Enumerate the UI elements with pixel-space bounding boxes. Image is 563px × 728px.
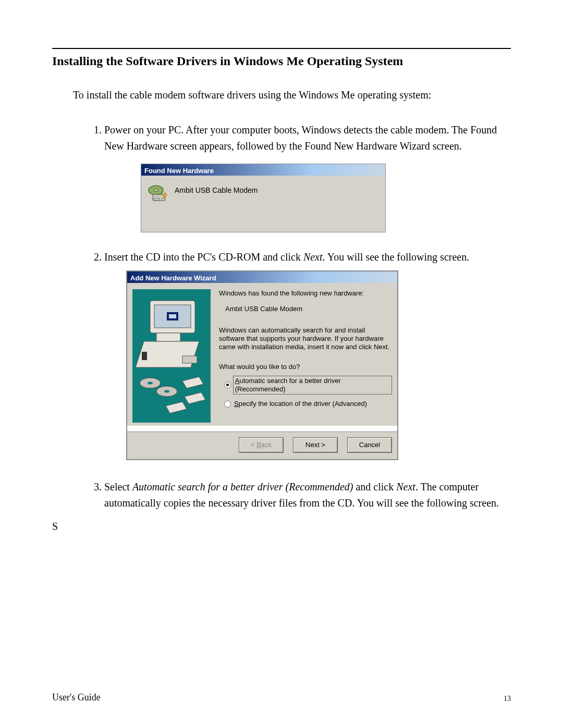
wizard-found-line: Windows has found the following new hard… (219, 289, 391, 298)
svg-rect-10 (182, 356, 197, 363)
step-3-italic-next: Next (396, 481, 415, 492)
add-new-hardware-wizard-titlebar: Add New Hardware Wizard (127, 272, 397, 283)
svg-marker-17 (166, 402, 187, 413)
step-1-text: Power on your PC. After your computer bo… (104, 124, 497, 152)
footer-guide: User's Guide (52, 692, 101, 703)
radio-button-icon (224, 381, 231, 388)
top-rule (52, 48, 511, 49)
radio-label-automatic: Automatic search for a better driver (Re… (234, 377, 391, 394)
svg-point-15 (164, 390, 169, 393)
svg-rect-11 (142, 352, 147, 360)
step-3-pre: Select (104, 481, 132, 492)
page-footer: User's Guide 13 (52, 692, 511, 703)
svg-marker-16 (182, 377, 203, 388)
found-new-hardware-body: Ambit USB Cable Modem (141, 176, 385, 232)
back-button[interactable]: < Back (239, 437, 284, 453)
step-1: Power on your PC. After your computer bo… (104, 122, 511, 232)
svg-point-1 (154, 189, 158, 192)
step-2-post: . You will see the following screen. (323, 251, 470, 263)
radio-option-specify[interactable]: Specify the location of the driver (Adva… (224, 400, 391, 408)
add-new-hardware-wizard-dialog: Add New Hardware Wizard (126, 270, 398, 460)
install-steps: Power on your PC. After your computer bo… (83, 122, 511, 511)
section-heading: Installing the Software Drivers in Windo… (52, 54, 511, 68)
cd-install-icon (146, 184, 168, 203)
step-3-mid: and click (353, 481, 396, 492)
svg-rect-9 (156, 333, 180, 341)
wizard-question: What would you like to do? (219, 363, 391, 371)
step-3: Select Automatic search for a better dri… (104, 479, 511, 511)
intro-text: To install the cable modem software driv… (73, 89, 511, 101)
stray-letter-s: S (52, 521, 511, 533)
step-2-pre: Insert the CD into the PC's CD-ROM and c… (104, 251, 303, 263)
svg-marker-18 (185, 392, 205, 404)
radio-button-icon (224, 401, 231, 408)
step-3-italic-option: Automatic search for a better driver (Re… (132, 481, 353, 492)
next-button[interactable]: Next > (293, 437, 338, 453)
wizard-button-row: < Back Next > Cancel (127, 432, 397, 459)
svg-point-13 (148, 382, 153, 385)
svg-rect-3 (154, 199, 159, 200)
found-new-hardware-titlebar: Found New Hardware (141, 164, 385, 176)
wizard-text-area: Windows has found the following new hard… (219, 289, 391, 423)
wizard-radio-group: Automatic search for a better driver (Re… (219, 377, 391, 409)
wizard-device-name: Ambit USB Cable Modem (225, 305, 391, 313)
step-2: Insert the CD into the PC's CD-ROM and c… (104, 249, 511, 460)
wizard-graphic-icon (132, 289, 211, 423)
found-new-hardware-device: Ambit USB Cable Modem (175, 185, 258, 196)
found-new-hardware-dialog: Found New Hardware Ambit USB Cable Modem (141, 164, 386, 232)
footer-page-number: 13 (504, 695, 511, 703)
wizard-description: Windows can automatically search for and… (219, 326, 391, 352)
radio-label-specify: Specify the location of the driver (Adva… (234, 400, 367, 408)
svg-rect-7 (169, 314, 176, 318)
cancel-button[interactable]: Cancel (347, 437, 392, 453)
step-2-italic-next: Next (303, 251, 323, 263)
radio-option-automatic[interactable]: Automatic search for a better driver (Re… (224, 377, 391, 394)
